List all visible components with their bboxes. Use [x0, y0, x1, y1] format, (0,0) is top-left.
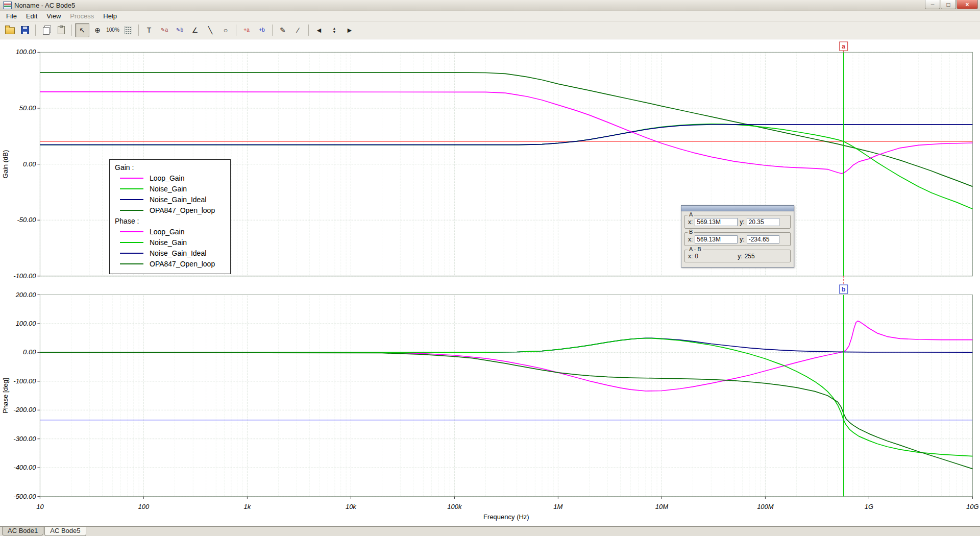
- cursor-readout-panel[interactable]: A x: 569.13M y: 20.35 B x: 569.13M y: -2…: [681, 205, 794, 267]
- y-tick-label: -300.00: [13, 435, 36, 443]
- slope-tool-button-icon: ∕: [298, 26, 299, 34]
- prev-curve-button-icon: ◄: [315, 26, 323, 34]
- x-tick-label: 1k: [244, 502, 252, 510]
- cursor-b-group: B x: 569.13M y: -234.65: [684, 232, 791, 246]
- tab-ac-bode1[interactable]: AC Bode1: [2, 527, 43, 535]
- minimize-button[interactable]: –: [925, 0, 940, 9]
- toolbar-separator: [138, 25, 139, 36]
- legend-entry-noise-gain-phase: Noise_Gain: [115, 237, 226, 248]
- save-file-button[interactable]: [18, 23, 32, 37]
- chart-region: 100.0050.000.00-50.00-100.00Gain (dB)200…: [0, 39, 980, 526]
- copy-button[interactable]: [39, 23, 53, 37]
- y-tick-label: -200.00: [13, 406, 36, 413]
- line-tool-button[interactable]: ╲: [203, 23, 217, 37]
- legend-line-sample: [120, 242, 143, 243]
- legend-line-sample: [120, 178, 143, 179]
- x-tick-label: 10G: [966, 502, 979, 510]
- x-tick-label: 1M: [553, 502, 562, 510]
- tab-ac-bode5[interactable]: AC Bode5: [44, 527, 86, 536]
- x-tick-label: 100: [138, 502, 150, 510]
- legend-label: OPA847_Open_loop: [150, 206, 215, 214]
- menu-help[interactable]: Help: [99, 12, 121, 20]
- x-tick-label: 100M: [757, 502, 774, 510]
- grid-settings-button[interactable]: [121, 23, 135, 37]
- curve-Noise_Gain_Ideal-gain: [40, 125, 972, 145]
- y-tick-label: 100.00: [16, 48, 37, 56]
- cursor-panel-grip[interactable]: [681, 206, 794, 211]
- next-curve-button-icon: ►: [346, 26, 353, 34]
- menu-file[interactable]: File: [2, 12, 21, 20]
- window-controls: – □ ×: [925, 0, 978, 9]
- app-window: Noname - AC Bode5 – □ × FileEditViewProc…: [0, 0, 980, 536]
- cursor-b-flag[interactable]: b: [840, 285, 848, 294]
- cursor-b-marker-button-icon: +b: [259, 27, 264, 33]
- cursor-b-marker-button[interactable]: +b: [255, 23, 269, 37]
- next-curve-button[interactable]: ►: [342, 23, 357, 37]
- legend-entry-loop-gain-phase: Loop_Gain: [115, 227, 226, 237]
- menu-view[interactable]: View: [42, 12, 65, 20]
- open-file-button[interactable]: [3, 23, 17, 37]
- legend-label: Loop_Gain: [150, 174, 185, 182]
- legend-entry-noise-gain-ideal-gain: Noise_Gain_Ideal: [115, 194, 226, 205]
- cursor-ab-y-value: 255: [745, 253, 786, 260]
- window-title: Noname - AC Bode5: [14, 2, 925, 9]
- paste-button[interactable]: [54, 23, 68, 37]
- curve-Noise_Gain-phase: [40, 338, 972, 456]
- spinner-icon: ▲▼: [333, 27, 336, 34]
- menu-edit[interactable]: Edit: [21, 12, 42, 20]
- slope-tool-button[interactable]: ∕: [291, 23, 305, 37]
- legend-line-sample: [120, 231, 143, 232]
- annotation-pen-button-icon: ✎: [280, 26, 286, 34]
- cursor-b-tool-button[interactable]: ✎b: [173, 23, 187, 37]
- cursor-a-marker-button[interactable]: +a: [239, 23, 254, 37]
- line-tool-button-icon: ╲: [208, 26, 212, 34]
- cursor-a-group-label: A: [688, 211, 694, 218]
- cursor-a-x-field[interactable]: 569.13M: [695, 218, 738, 226]
- maximize-button[interactable]: □: [941, 0, 956, 9]
- curve-Loop_Gain-phase: [40, 321, 972, 391]
- cursor-b-x-label: x:: [688, 236, 693, 243]
- ellipse-tool-button-icon: ○: [224, 26, 228, 34]
- cursor-a-tool-button[interactable]: ✎a: [157, 23, 172, 37]
- titlebar: Noname - AC Bode5 – □ ×: [0, 0, 980, 11]
- save-floppy-icon: [21, 26, 29, 34]
- zoom-in-button-icon: ⊕: [94, 26, 101, 34]
- angle-tool-button[interactable]: ∠: [188, 23, 202, 37]
- x-tick-label: 1G: [865, 502, 873, 510]
- zoom-in-button[interactable]: ⊕: [90, 23, 105, 37]
- prev-curve-button[interactable]: ◄: [312, 23, 326, 37]
- text-tool-button[interactable]: T: [142, 23, 156, 37]
- legend-box[interactable]: Gain :Loop_GainNoise_GainNoise_Gain_Idea…: [109, 159, 231, 274]
- ellipse-tool-button[interactable]: ○: [218, 23, 233, 37]
- legend-entry-opa847-open-loop-phase: OPA847_Open_loop: [115, 259, 226, 270]
- cursor-a-x-label: x:: [688, 218, 693, 226]
- cursor-b-y-field[interactable]: -234.65: [747, 235, 779, 243]
- legend-entry-noise-gain-gain: Noise_Gain: [115, 184, 226, 194]
- cursor-a-flag[interactable]: a: [840, 42, 848, 52]
- app-icon: [3, 2, 12, 9]
- curve-spinner[interactable]: ▲▼: [327, 23, 341, 37]
- legend-phase-header: Phase :: [115, 216, 226, 227]
- menu-process[interactable]: Process: [65, 12, 99, 20]
- x-tick-label: 10M: [655, 502, 668, 510]
- pointer-tool-button[interactable]: ↖: [75, 23, 89, 37]
- x-tick-label: 10k: [346, 502, 357, 510]
- cursor-ab-y-label: y:: [738, 253, 742, 260]
- zoom-100-button[interactable]: 100%: [106, 23, 120, 37]
- toolbar-separator: [308, 25, 309, 36]
- plot-frame: [40, 295, 972, 496]
- legend-line-sample: [120, 188, 143, 189]
- y-tick-label: -500.00: [13, 492, 36, 500]
- cursor-b-tool-button-icon: ✎b: [176, 27, 183, 33]
- zoom-100-button-icon: 100%: [106, 27, 119, 33]
- cursor-b-y-label: y:: [740, 236, 744, 243]
- cursor-a-y-field[interactable]: 20.35: [747, 218, 779, 226]
- toolbar: ↖⊕100%T✎a✎b∠╲○+a+b✎∕◄▲▼►: [0, 21, 980, 39]
- cursor-b-x-field[interactable]: 569.13M: [695, 235, 738, 243]
- paste-icon: [58, 26, 65, 34]
- curve-OPA847_Open_loop-phase: [40, 352, 972, 469]
- close-button[interactable]: ×: [957, 0, 978, 9]
- annotation-pen-button[interactable]: ✎: [276, 23, 290, 37]
- legend-gain-header: Gain :: [115, 162, 226, 173]
- tab-bar: AC Bode1AC Bode5: [0, 526, 980, 536]
